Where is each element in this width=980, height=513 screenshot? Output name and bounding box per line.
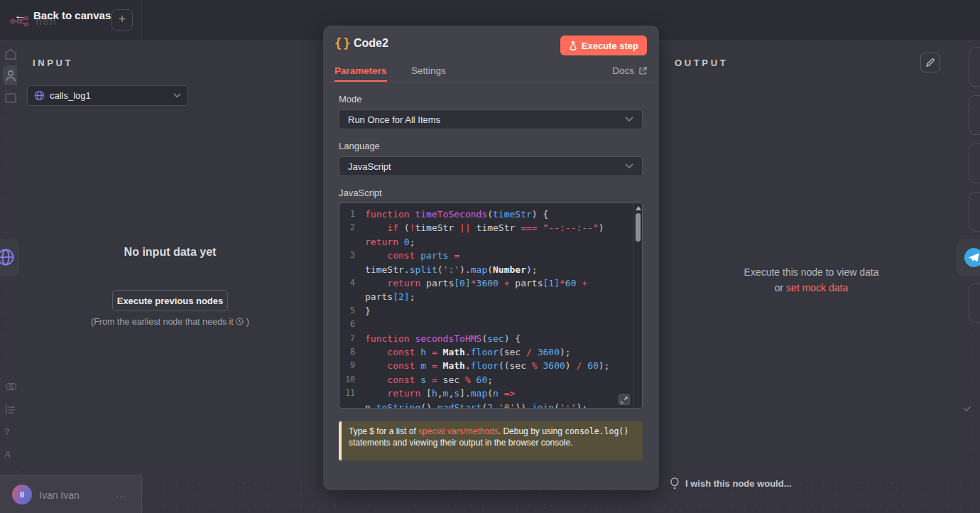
editor-expand-button[interactable]	[619, 394, 630, 405]
language-value: JavaScript	[348, 161, 625, 172]
chevron-down-icon	[625, 117, 633, 122]
input-panel: INPUT calls_log1 No input data yet Execu…	[17, 40, 323, 475]
code-line: 1function timeToSeconds(timeStr) {	[339, 207, 642, 221]
code-editor[interactable]: 1function timeToSeconds(timeStr) {2 if (…	[339, 202, 643, 409]
code-line: 10 const s = sec % 60;	[339, 373, 642, 387]
chevron-down-icon	[173, 93, 181, 98]
input-source-select[interactable]: calls_log1	[27, 85, 188, 106]
node-feedback-prompt[interactable]: I wish this node would...	[670, 477, 792, 490]
editor-hint: Type $ for a list of special vars/method…	[339, 421, 643, 460]
code-line: 9 const m = Math.floor((sec % 3600) / 60…	[339, 359, 642, 372]
canvas-node-ghost	[969, 144, 980, 183]
input-source-value: calls_log1	[50, 90, 168, 101]
language-select[interactable]: JavaScript	[339, 156, 643, 176]
chevron-down-icon	[625, 163, 633, 169]
canvas-node-ghost	[969, 283, 980, 323]
scroll-up-arrow-icon[interactable]	[636, 206, 641, 210]
box-icon[interactable]	[4, 92, 17, 104]
back-to-canvas-label: Back to canvas	[33, 9, 111, 21]
tab-parameters[interactable]: Parameters	[334, 65, 387, 76]
user-name: Ivan Ivan	[39, 490, 80, 501]
input-panel-title: INPUT	[33, 58, 73, 68]
variables-icon[interactable]	[4, 404, 17, 415]
home-icon[interactable]	[4, 48, 17, 60]
output-panel-title: OUTPUT	[675, 58, 728, 68]
docs-link[interactable]: Docs	[612, 65, 647, 76]
help-icon[interactable]: ?	[4, 426, 10, 437]
app-root: n8n ← Back to canvas + ? A INPUT calls_l…	[0, 0, 980, 513]
telegram-node-icon	[964, 248, 980, 267]
flask-icon	[569, 41, 577, 50]
code-node-modal: {} Code2 Execute step Parameters Setting…	[323, 26, 659, 490]
code-line: 6	[339, 318, 642, 331]
tab-settings[interactable]: Settings	[411, 65, 446, 76]
canvas-node-ghost	[969, 192, 980, 232]
execute-previous-nodes-button[interactable]: Execute previous nodes	[112, 290, 228, 311]
output-node-chip[interactable]	[957, 239, 980, 276]
node-feedback-label: I wish this node would...	[685, 478, 792, 489]
user-menu-dots[interactable]: …	[115, 487, 126, 500]
globe-node-icon	[0, 248, 15, 266]
history-clock-icon	[236, 318, 244, 325]
mode-label: Mode	[339, 94, 362, 104]
globe-icon	[34, 90, 45, 101]
user-bar: II Ivan Ivan …	[0, 475, 142, 513]
code-lines: 1function timeToSeconds(timeStr) {2 if (…	[339, 207, 642, 409]
code-line: 7function secondsToHMS(sec) {	[339, 332, 642, 345]
code-line: 4 return parts[0]*3600 + parts[1]*60 + p…	[339, 276, 642, 304]
set-mock-data-link[interactable]: set mock data	[786, 282, 848, 293]
lightbulb-icon	[670, 477, 679, 490]
expand-icon	[621, 396, 628, 404]
output-empty-line: Execute this node to view data	[744, 266, 879, 278]
editor-scrollbar[interactable]	[633, 203, 642, 408]
pencil-icon	[925, 58, 935, 68]
avatar[interactable]: II	[12, 485, 32, 504]
input-empty-caption: (From the earliest node that needs it )	[17, 317, 323, 327]
back-arrow-icon: ←	[14, 9, 26, 21]
output-panel: OUTPUT Execute this node to view data or…	[659, 40, 964, 475]
input-empty-title: No input data yet	[17, 246, 323, 259]
code-line: 2 if (!timeStr || timeStr === "--:--:--"…	[339, 221, 642, 249]
canvas-node-ghost	[969, 47, 980, 87]
modal-header: {} Code2 Execute step	[323, 26, 659, 65]
execute-step-button[interactable]: Execute step	[560, 36, 647, 55]
code-line: 5}	[339, 304, 642, 318]
scrollbar-thumb[interactable]	[636, 213, 641, 242]
editor-label: JavaScript	[339, 188, 382, 198]
code-line: 8 const h = Math.floor(sec / 3600);	[339, 345, 642, 359]
output-empty-state: Execute this node to view data or set mo…	[659, 264, 964, 296]
modal-tabs: Parameters Settings Docs	[323, 65, 659, 82]
language-label: Language	[339, 141, 380, 151]
code-node-icon: {}	[334, 36, 352, 50]
mode-select[interactable]: Run Once for All Items	[339, 109, 643, 129]
templates-icon[interactable]	[4, 381, 17, 392]
code-line: 3 const parts = timeStr.split(':').map(N…	[339, 249, 642, 276]
external-link-icon	[638, 67, 647, 75]
admin-icon[interactable]: A	[4, 449, 11, 460]
input-node-chip[interactable]	[0, 239, 19, 276]
code-line: 11 return [h,m,s].map(n => n.toString().…	[339, 387, 642, 409]
user-icon[interactable]	[4, 70, 17, 82]
mode-value: Run Once for All Items	[348, 114, 625, 125]
new-tab-button[interactable]: +	[111, 9, 133, 31]
canvas-node-ghost	[969, 95, 980, 135]
node-title: Code2	[354, 37, 388, 50]
back-to-canvas-button[interactable]: ← Back to canvas	[14, 9, 111, 21]
special-vars-link[interactable]: special vars/methods	[418, 426, 499, 436]
edit-output-button[interactable]	[920, 53, 940, 72]
